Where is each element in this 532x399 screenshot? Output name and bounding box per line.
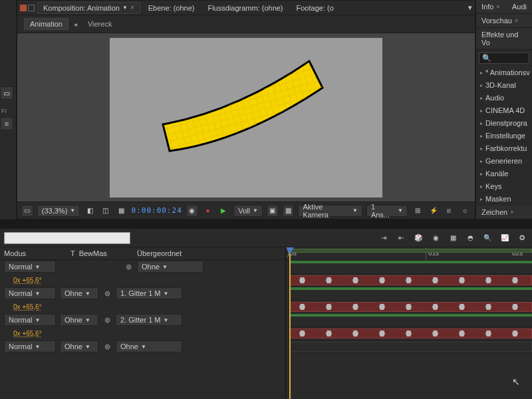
timeline-search[interactable]	[4, 232, 130, 244]
res-quarter-icon[interactable]: ◫	[100, 205, 112, 217]
close-icon[interactable]: ×	[130, 4, 134, 11]
crumb-animation[interactable]: Animation	[24, 18, 68, 30]
shy-icon[interactable]: ◓	[464, 232, 476, 244]
trkmat-dropdown[interactable]: Ohne▼	[60, 287, 98, 299]
keyframe-icon[interactable]	[485, 331, 491, 336]
keyframe-icon[interactable]	[352, 304, 358, 310]
keyframe-icon[interactable]	[299, 277, 305, 283]
current-time[interactable]: 0:00:00:24	[132, 206, 182, 215]
fx-category[interactable]: ▸CINEMA 4D	[476, 104, 532, 117]
tab-composition[interactable]: Komposition: Animation▼×	[37, 2, 140, 14]
parent-dropdown[interactable]: 2. Gitter 1 M▼	[116, 314, 182, 326]
keyframe-icon[interactable]	[432, 277, 438, 283]
fx-category[interactable]: ▸Keys	[476, 180, 532, 193]
keyframe-icon[interactable]	[299, 331, 305, 336]
keyframe-icon[interactable]	[326, 331, 332, 336]
keyframe-icon[interactable]	[512, 277, 518, 283]
close-icon[interactable]: ×	[510, 209, 513, 215]
pickwhip-icon[interactable]: ⊚	[102, 316, 112, 325]
blend-mode-dropdown[interactable]: Normal▼	[4, 287, 56, 299]
camera-dropdown[interactable]: Aktive Kamera▼	[298, 205, 362, 217]
track-row[interactable]	[286, 287, 532, 301]
fast-preview-icon[interactable]: ⚡	[428, 205, 440, 217]
fx-category[interactable]: ▸Generieren	[476, 155, 532, 168]
layer-row[interactable]: Normal▼ Ohne▼ ⊚ 2. Gitter 1 M▼	[0, 313, 285, 327]
rotation-value[interactable]: 0x +65,6°	[13, 303, 42, 311]
fx-category[interactable]: ▸Audio	[476, 92, 532, 104]
keyframe-icon[interactable]	[485, 277, 491, 283]
keyframe-icon[interactable]	[352, 277, 358, 283]
graph-out-icon[interactable]: ⇤	[395, 232, 407, 244]
magnify-icon[interactable]: ▭	[21, 205, 33, 217]
resolution-dropdown[interactable]: Voll▼	[233, 205, 263, 217]
effects-search-input[interactable]	[494, 55, 532, 63]
back-icon[interactable]: ◂	[74, 21, 77, 28]
region-icon[interactable]: ▣	[267, 205, 279, 217]
pickwhip-icon[interactable]: ⊚	[102, 289, 112, 298]
layer-row[interactable]: Normal▼ Ohne▼ ⊚ 1. Gitter 1 M▼	[0, 287, 285, 300]
keyframe-icon[interactable]	[485, 304, 491, 310]
graph-in-icon[interactable]: ⇥	[378, 232, 390, 244]
tab-effects[interactable]: Effekte und Vo	[476, 28, 532, 50]
pixel-aspect-icon[interactable]: ⊞	[412, 205, 424, 217]
brainstorm-icon[interactable]: ✪	[516, 232, 528, 244]
keyframe-icon[interactable]	[512, 304, 518, 310]
blend-mode-dropdown[interactable]: Normal▼	[4, 314, 56, 326]
grid-icon[interactable]: ▦	[116, 205, 128, 217]
property-row[interactable]: 0x +65,6°	[0, 300, 285, 313]
track-row[interactable]	[286, 327, 532, 340]
keyframe-icon[interactable]	[379, 331, 385, 336]
parent-dropdown[interactable]: Ohne▼	[116, 340, 182, 352]
trkmat-dropdown[interactable]: Ohne▼	[60, 340, 98, 352]
tab-layer[interactable]: Ebene: (ohne)	[143, 3, 200, 13]
track-row[interactable]	[286, 340, 532, 354]
pickwhip-icon[interactable]: ⊚	[102, 342, 112, 351]
timeline-tracks[interactable]: )0s 01s 02s	[286, 247, 532, 399]
tab-footage[interactable]: Footage: (o	[291, 3, 339, 13]
panel-menu-icon[interactable]: ▾	[468, 3, 472, 12]
res-half-icon[interactable]: ◧	[84, 205, 96, 217]
keyframe-icon[interactable]	[406, 277, 412, 283]
fx-category[interactable]: ▸* Animationsv	[476, 66, 532, 79]
keyframe-icon[interactable]	[459, 304, 465, 310]
layer-row[interactable]: Normal▼ ⊚ Ohne▼	[0, 260, 285, 273]
keyframe-icon[interactable]	[406, 304, 412, 310]
frame-blend-icon[interactable]: ▦	[447, 232, 459, 244]
magnify-icon[interactable]: 🔍	[481, 232, 493, 244]
graph-editor-icon[interactable]: 📈	[499, 232, 511, 244]
fx-category[interactable]: ▸Kanäle	[476, 168, 532, 180]
trkmat-dropdown[interactable]: Ohne▼	[60, 314, 98, 326]
fx-category[interactable]: ▸Dienstprogra	[476, 117, 532, 130]
crumb-viereck[interactable]: Viereck	[82, 19, 117, 29]
panel-separator[interactable]	[0, 219, 532, 229]
fx-category[interactable]: ▸Farbkorrektu	[476, 142, 532, 155]
transparency-icon[interactable]: ▩	[283, 205, 295, 217]
property-row[interactable]: 0x +65,6°	[0, 327, 285, 340]
keyframe-icon[interactable]	[326, 304, 332, 310]
layer-bar[interactable]	[289, 342, 532, 352]
current-time-indicator[interactable]	[289, 247, 291, 399]
track-row[interactable]	[286, 261, 532, 274]
keyframe-icon[interactable]	[352, 331, 358, 336]
keyframe-icon[interactable]	[432, 304, 438, 310]
keyframe-icon[interactable]	[459, 331, 465, 336]
timeline-icon[interactable]: ⎚	[443, 205, 455, 217]
blend-mode-dropdown[interactable]: Normal▼	[4, 340, 56, 352]
draft3d-icon[interactable]: 🎲	[412, 232, 424, 244]
track-row[interactable]	[286, 301, 532, 314]
effects-search[interactable]: 🔍 ▼	[479, 53, 529, 64]
fx-category[interactable]: ▸Einstellunge	[476, 130, 532, 142]
close-icon[interactable]: ×	[496, 3, 499, 10]
keyframe-icon[interactable]	[379, 277, 385, 283]
viewer-canvas[interactable]	[17, 33, 475, 201]
fx-category[interactable]: ▸Masken	[476, 193, 532, 205]
time-ruler[interactable]: )0s 01s 02s	[286, 247, 532, 261]
pickwhip-icon[interactable]: ⊚	[124, 263, 133, 271]
keyframe-icon[interactable]	[406, 331, 412, 336]
parent-dropdown[interactable]: 1. Gitter 1 M▼	[116, 287, 182, 299]
rotation-value[interactable]: 0x +65,6°	[13, 277, 42, 284]
tab-flowchart[interactable]: Flussdiagramm: (ohne)	[202, 3, 288, 13]
composition-stage[interactable]	[110, 38, 382, 198]
property-row[interactable]: 0x +65,6°	[0, 273, 285, 287]
keyframe-icon[interactable]	[432, 331, 438, 336]
